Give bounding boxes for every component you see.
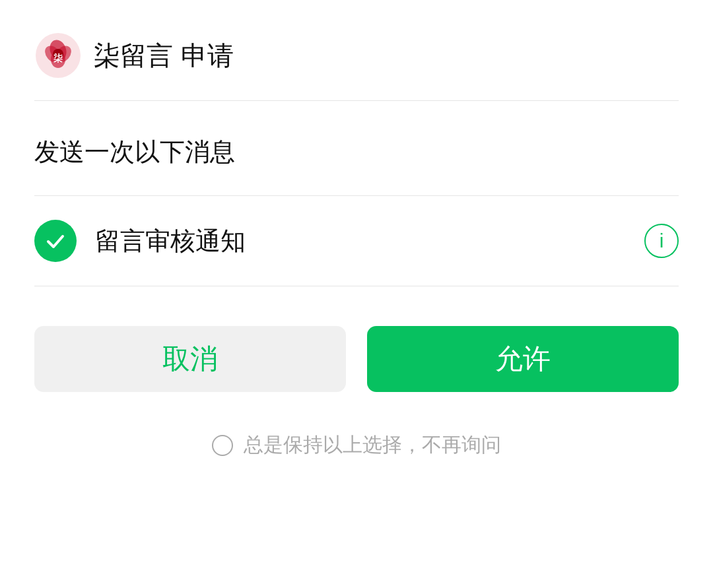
allow-button[interactable]: 允许 xyxy=(367,326,679,392)
buttons-row: 取消 允许 xyxy=(0,286,713,418)
section-title: 发送一次以下消息 xyxy=(0,101,713,195)
remember-row[interactable]: 总是保持以上选择，不再询问 xyxy=(0,418,713,472)
dialog-header: 柒 柒留言 申请 xyxy=(0,0,713,100)
svg-text:柒: 柒 xyxy=(53,53,63,63)
permission-label: 留言审核通知 xyxy=(95,224,626,258)
info-icon[interactable]: i xyxy=(644,224,679,258)
check-icon xyxy=(34,220,77,262)
permission-row: 留言审核通知 i xyxy=(0,196,713,286)
app-logo-icon: 柒 xyxy=(34,32,82,79)
dialog-container: 柒 柒留言 申请 发送一次以下消息 留言审核通知 i 取消 允许 xyxy=(0,0,713,588)
remember-radio[interactable] xyxy=(212,435,233,456)
header-text: 柒留言 申请 xyxy=(94,38,234,74)
info-icon-text: i xyxy=(660,231,664,251)
cancel-button[interactable]: 取消 xyxy=(34,326,346,392)
remember-text: 总是保持以上选择，不再询问 xyxy=(244,432,501,459)
app-action-label: 申请 xyxy=(181,38,234,74)
app-name: 柒留言 xyxy=(94,38,173,74)
